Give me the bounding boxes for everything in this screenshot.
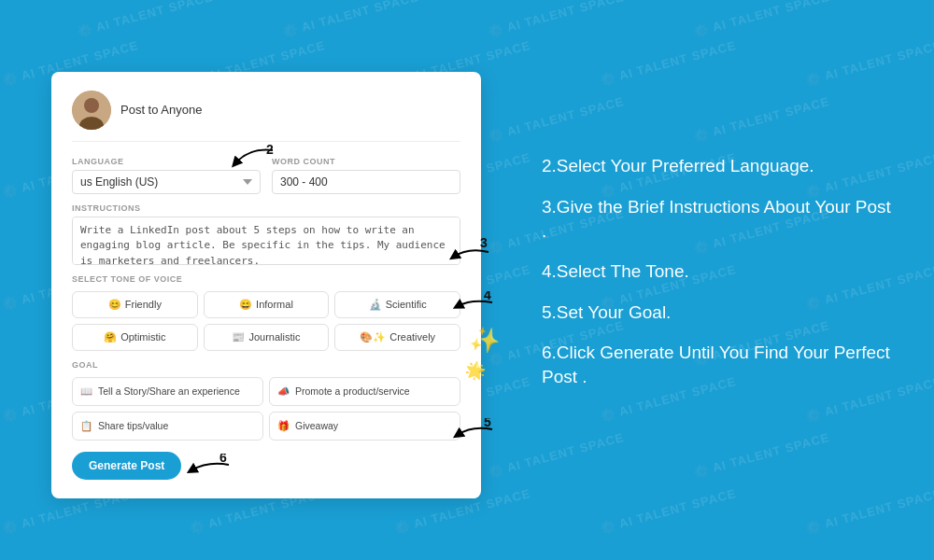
- generate-row: Generate Post 6: [72, 452, 460, 480]
- instruction-1: 2.Select Your Preferred Language.: [542, 154, 897, 178]
- goal-tips[interactable]: 📋 Share tips/value: [72, 412, 263, 441]
- arrow-4-annotation: 4: [453, 291, 500, 318]
- card-header: Post to Anyone: [72, 91, 460, 142]
- instruction-text-4: 5.Set Your Goal.: [542, 302, 671, 322]
- post-to-label: Post to Anyone: [120, 103, 202, 117]
- instruction-text-2: 3.Give the Brief Instructions About Your…: [542, 197, 891, 241]
- goal-promote[interactable]: 📣 Promote a product/service: [269, 377, 460, 406]
- sparkle-decoration: ✨🌟: [463, 323, 502, 385]
- instruction-5: 6.Click Generate Until You Find Your Per…: [542, 341, 897, 388]
- arrow-3-annotation: 3: [449, 238, 496, 270]
- tone-label: SELECT TONE OF VOICE: [72, 274, 460, 284]
- goal-story[interactable]: 📖 Tell a Story/Share an experience: [72, 377, 263, 406]
- wordcount-input[interactable]: [272, 170, 460, 194]
- tone-scientific[interactable]: 🔬 Scientific: [334, 291, 460, 318]
- tone-optimistic[interactable]: 🤗 Optimistic: [72, 324, 198, 351]
- instruction-text-5: 6.Click Generate Until You Find Your Per…: [542, 343, 890, 386]
- svg-text:6: 6: [219, 454, 227, 465]
- goal-section: GOAL 📖 Tell a Story/Share an experience …: [72, 360, 460, 441]
- tone-informal[interactable]: 😄 Informal: [204, 291, 330, 318]
- avatar: [72, 91, 111, 130]
- arrow-6-annotation: 6: [184, 454, 235, 483]
- svg-point-1: [84, 98, 99, 113]
- right-panel: 2.Select Your Preferred Language. 3.Give…: [523, 0, 934, 560]
- goal-grid: 📖 Tell a Story/Share an experience 📣 Pro…: [72, 377, 460, 441]
- wordcount-group: WORD COUNT: [272, 157, 460, 194]
- instruction-4: 5.Set Your Goal.: [542, 301, 897, 325]
- instruction-3: 4.Select The Tone.: [542, 259, 897, 284]
- svg-text:2: 2: [266, 143, 274, 157]
- svg-text:5: 5: [484, 418, 491, 429]
- instruction-text-1: 2.Select Your Preferred Language.: [542, 156, 814, 175]
- instructions-group: INSTRUCTIONS Write a LinkedIn post about…: [72, 203, 460, 265]
- arrow-2-annotation: 2: [231, 143, 282, 174]
- svg-text:3: 3: [480, 238, 488, 250]
- tone-friendly[interactable]: 😊 Friendly: [72, 291, 198, 318]
- arrow-5-annotation: 5: [453, 418, 500, 448]
- instruction-text-3: 4.Select The Tone.: [542, 261, 689, 281]
- tone-journalistic[interactable]: 📰 Journalistic: [204, 324, 330, 351]
- instructions-label: INSTRUCTIONS: [72, 203, 460, 213]
- form-card: Post to Anyone 2 LANGUAGE us English (US…: [51, 72, 481, 498]
- left-panel: Post to Anyone 2 LANGUAGE us English (US…: [0, 0, 523, 560]
- generate-button[interactable]: Generate Post: [72, 452, 181, 480]
- goal-giveaway[interactable]: 🎁 Giveaway: [269, 412, 460, 441]
- tone-section: SELECT TONE OF VOICE 😊 Friendly 😄 Inform…: [72, 274, 460, 351]
- svg-text:4: 4: [484, 291, 491, 302]
- tone-creatively[interactable]: 🎨✨ Creatively: [334, 324, 460, 351]
- wordcount-label: WORD COUNT: [272, 157, 460, 166]
- instruction-2: 3.Give the Brief Instructions About Your…: [542, 195, 897, 243]
- instructions-textarea[interactable]: Write a LinkedIn post about 5 steps on h…: [72, 217, 460, 265]
- tone-grid: 😊 Friendly 😄 Informal 🔬 Scientific 🤗 Opt…: [72, 291, 460, 351]
- goal-label: GOAL: [72, 360, 460, 370]
